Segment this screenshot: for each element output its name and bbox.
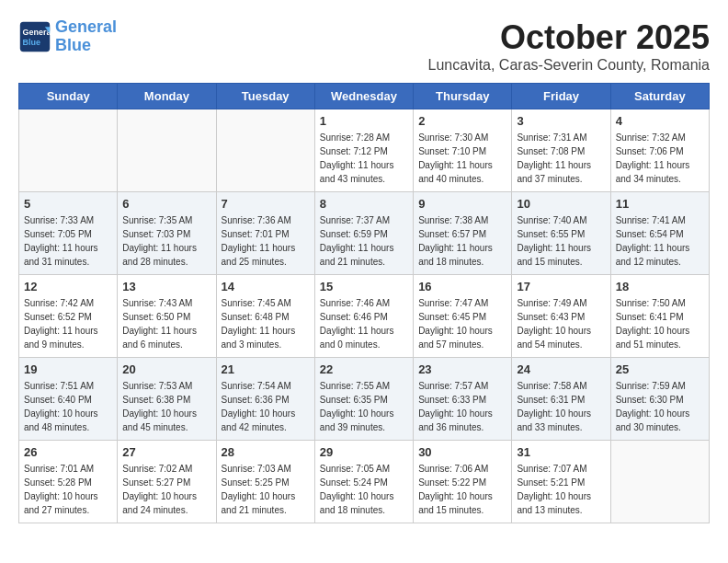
day-info: Sunrise: 7:54 AM Sunset: 6:36 PM Dayligh… [222, 379, 310, 434]
day-number: 18 [616, 280, 704, 293]
calendar-cell: 2Sunrise: 7:30 AM Sunset: 7:10 PM Daylig… [414, 109, 512, 192]
calendar-cell: 4Sunrise: 7:32 AM Sunset: 7:06 PM Daylig… [610, 109, 709, 192]
day-info: Sunrise: 7:59 AM Sunset: 6:30 PM Dayligh… [616, 379, 704, 434]
day-number: 15 [320, 280, 408, 293]
day-number: 5 [24, 197, 112, 211]
weekday-header-wednesday: Wednesday [314, 84, 413, 109]
location-subtitle: Luncavita, Caras-Severin County, Romania [427, 57, 710, 74]
day-number: 13 [122, 280, 210, 293]
day-info: Sunrise: 7:05 AM Sunset: 5:24 PM Dayligh… [320, 462, 408, 517]
calendar-cell [19, 109, 118, 192]
calendar-cell: 17Sunrise: 7:49 AM Sunset: 6:43 PM Dayli… [512, 275, 610, 358]
day-info: Sunrise: 7:41 AM Sunset: 6:54 PM Dayligh… [616, 213, 704, 269]
calendar-cell: 6Sunrise: 7:35 AM Sunset: 7:03 PM Daylig… [118, 192, 216, 275]
day-info: Sunrise: 7:37 AM Sunset: 6:59 PM Dayligh… [320, 213, 408, 269]
weekday-header-friday: Friday [512, 84, 610, 109]
page-header: General Blue General Blue October 2025 L… [18, 18, 710, 74]
logo-text-line1: General [55, 18, 117, 37]
day-number: 31 [517, 445, 605, 459]
day-info: Sunrise: 7:55 AM Sunset: 6:35 PM Dayligh… [320, 379, 408, 434]
day-info: Sunrise: 7:31 AM Sunset: 7:08 PM Dayligh… [517, 131, 605, 186]
day-number: 9 [418, 197, 506, 211]
logo-text-line2: Blue [55, 37, 117, 55]
calendar-cell [610, 441, 709, 523]
day-number: 28 [222, 445, 310, 459]
day-info: Sunrise: 7:02 AM Sunset: 5:27 PM Dayligh… [122, 462, 210, 517]
calendar-cell: 21Sunrise: 7:54 AM Sunset: 6:36 PM Dayli… [216, 358, 314, 441]
day-number: 29 [320, 445, 408, 459]
calendar-cell [118, 109, 216, 192]
calendar-cell: 24Sunrise: 7:58 AM Sunset: 6:31 PM Dayli… [512, 358, 610, 441]
day-info: Sunrise: 7:46 AM Sunset: 6:46 PM Dayligh… [320, 296, 408, 351]
day-info: Sunrise: 7:03 AM Sunset: 5:25 PM Dayligh… [222, 462, 310, 517]
day-info: Sunrise: 7:45 AM Sunset: 6:48 PM Dayligh… [222, 296, 310, 351]
day-number: 14 [222, 280, 310, 293]
day-number: 19 [24, 362, 112, 376]
weekday-header-sunday: Sunday [19, 84, 118, 109]
calendar-cell: 14Sunrise: 7:45 AM Sunset: 6:48 PM Dayli… [216, 275, 314, 358]
calendar-week-row: 19Sunrise: 7:51 AM Sunset: 6:40 PM Dayli… [19, 358, 710, 441]
day-number: 26 [24, 445, 112, 459]
day-number: 8 [320, 197, 408, 211]
day-number: 20 [122, 362, 210, 376]
calendar-cell: 9Sunrise: 7:38 AM Sunset: 6:57 PM Daylig… [414, 192, 512, 275]
calendar-cell: 31Sunrise: 7:07 AM Sunset: 5:21 PM Dayli… [512, 441, 610, 523]
day-number: 23 [418, 362, 506, 376]
day-number: 27 [122, 445, 210, 459]
month-title: October 2025 [427, 18, 710, 57]
day-number: 4 [616, 114, 704, 128]
weekday-header-monday: Monday [118, 84, 216, 109]
calendar-cell [216, 109, 314, 192]
calendar-cell: 18Sunrise: 7:50 AM Sunset: 6:41 PM Dayli… [610, 275, 709, 358]
day-info: Sunrise: 7:43 AM Sunset: 6:50 PM Dayligh… [122, 296, 210, 351]
day-info: Sunrise: 7:49 AM Sunset: 6:43 PM Dayligh… [517, 296, 605, 351]
day-info: Sunrise: 7:53 AM Sunset: 6:38 PM Dayligh… [122, 379, 210, 434]
day-number: 16 [418, 280, 506, 293]
day-info: Sunrise: 7:47 AM Sunset: 6:45 PM Dayligh… [418, 296, 506, 351]
day-number: 11 [616, 197, 704, 211]
day-number: 21 [222, 362, 310, 376]
day-number: 12 [24, 280, 112, 293]
calendar-cell: 20Sunrise: 7:53 AM Sunset: 6:38 PM Dayli… [118, 358, 216, 441]
calendar-cell: 7Sunrise: 7:36 AM Sunset: 7:01 PM Daylig… [216, 192, 314, 275]
calendar-cell: 19Sunrise: 7:51 AM Sunset: 6:40 PM Dayli… [19, 358, 118, 441]
calendar-table: SundayMondayTuesdayWednesdayThursdayFrid… [18, 83, 710, 523]
day-number: 10 [517, 197, 605, 211]
day-number: 6 [122, 197, 210, 211]
logo-icon: General Blue [18, 20, 51, 53]
svg-text:Blue: Blue [23, 38, 41, 47]
calendar-week-row: 12Sunrise: 7:42 AM Sunset: 6:52 PM Dayli… [19, 275, 710, 358]
calendar-cell: 27Sunrise: 7:02 AM Sunset: 5:27 PM Dayli… [118, 441, 216, 523]
day-info: Sunrise: 7:28 AM Sunset: 7:12 PM Dayligh… [320, 131, 408, 186]
day-number: 17 [517, 280, 605, 293]
calendar-cell: 12Sunrise: 7:42 AM Sunset: 6:52 PM Dayli… [19, 275, 118, 358]
calendar-cell: 28Sunrise: 7:03 AM Sunset: 5:25 PM Dayli… [216, 441, 314, 523]
calendar-cell: 22Sunrise: 7:55 AM Sunset: 6:35 PM Dayli… [314, 358, 413, 441]
day-info: Sunrise: 7:38 AM Sunset: 6:57 PM Dayligh… [418, 213, 506, 269]
weekday-header-tuesday: Tuesday [216, 84, 314, 109]
calendar-cell: 10Sunrise: 7:40 AM Sunset: 6:55 PM Dayli… [512, 192, 610, 275]
calendar-week-row: 26Sunrise: 7:01 AM Sunset: 5:28 PM Dayli… [19, 441, 710, 523]
calendar-cell: 25Sunrise: 7:59 AM Sunset: 6:30 PM Dayli… [610, 358, 709, 441]
day-info: Sunrise: 7:32 AM Sunset: 7:06 PM Dayligh… [616, 131, 704, 186]
day-number: 24 [517, 362, 605, 376]
day-info: Sunrise: 7:35 AM Sunset: 7:03 PM Dayligh… [122, 213, 210, 269]
day-number: 3 [517, 114, 605, 128]
day-number: 22 [320, 362, 408, 376]
day-info: Sunrise: 7:07 AM Sunset: 5:21 PM Dayligh… [517, 462, 605, 517]
day-info: Sunrise: 7:50 AM Sunset: 6:41 PM Dayligh… [616, 296, 704, 351]
logo: General Blue General Blue [18, 18, 117, 55]
day-number: 2 [418, 114, 506, 128]
day-number: 30 [418, 445, 506, 459]
calendar-cell: 23Sunrise: 7:57 AM Sunset: 6:33 PM Dayli… [414, 358, 512, 441]
calendar-header-row: SundayMondayTuesdayWednesdayThursdayFrid… [19, 84, 710, 109]
day-info: Sunrise: 7:42 AM Sunset: 6:52 PM Dayligh… [24, 296, 112, 351]
day-info: Sunrise: 7:40 AM Sunset: 6:55 PM Dayligh… [517, 213, 605, 269]
day-info: Sunrise: 7:51 AM Sunset: 6:40 PM Dayligh… [24, 379, 112, 434]
weekday-header-saturday: Saturday [610, 84, 709, 109]
day-info: Sunrise: 7:06 AM Sunset: 5:22 PM Dayligh… [418, 462, 506, 517]
calendar-cell: 11Sunrise: 7:41 AM Sunset: 6:54 PM Dayli… [610, 192, 709, 275]
day-info: Sunrise: 7:36 AM Sunset: 7:01 PM Dayligh… [222, 213, 310, 269]
day-number: 7 [222, 197, 310, 211]
day-info: Sunrise: 7:33 AM Sunset: 7:05 PM Dayligh… [24, 213, 112, 269]
